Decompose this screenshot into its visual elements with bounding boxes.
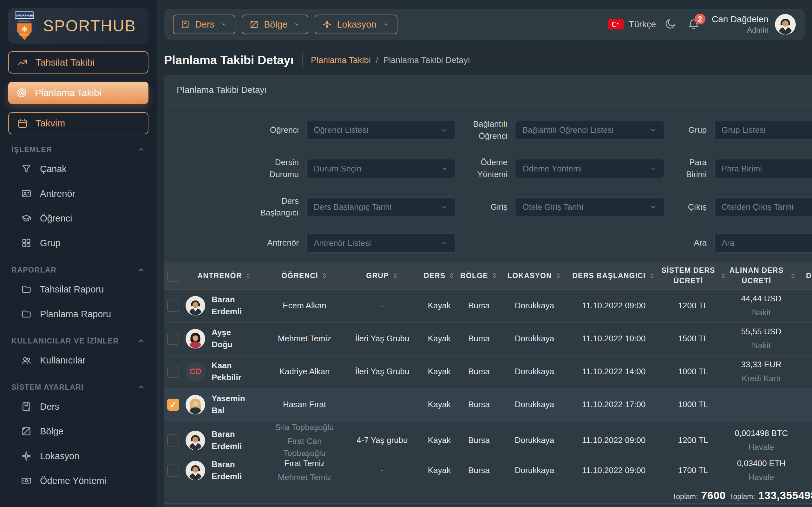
filter-input[interactable]: Para Birimi <box>714 159 812 178</box>
topbar-filter-button[interactable]: Ders <box>173 14 235 34</box>
filter-input[interactable]: Durum Seçin <box>306 159 455 178</box>
filter-input[interactable]: Otele Giriş Tarihi <box>515 198 664 216</box>
sidebar-item[interactable]: Lokasyon <box>8 444 148 468</box>
sidebar-primary-nav: Tahsilat Takibi Planlama Takibi Takvim <box>8 51 148 134</box>
sort-icon[interactable] <box>720 273 726 279</box>
language-label[interactable]: Türkçe <box>629 19 656 30</box>
table-column-header[interactable]: LOKASYON <box>501 271 568 281</box>
sidebar-item[interactable]: Antrenör <box>8 181 148 206</box>
user-name: Can Dağdelen <box>712 14 768 24</box>
sidebar-item[interactable]: Çanak <box>8 157 148 181</box>
sidebar-item[interactable]: Kullanıcılar <box>8 348 148 373</box>
table-column-header[interactable]: DERS <box>422 271 457 281</box>
column-label: ANTRENÖR <box>198 271 242 281</box>
sort-icon[interactable] <box>449 273 455 279</box>
filter-input[interactable]: Ödeme Yöntemi <box>515 159 664 178</box>
totals-row: Toplam:7600 Toplam:133,355498 <box>164 487 812 503</box>
cell-trainer: Baran Erdemli <box>183 429 266 452</box>
cell-checkbox <box>164 464 183 476</box>
sort-icon[interactable] <box>392 273 398 279</box>
row-checkbox[interactable] <box>167 464 179 476</box>
filter-input[interactable]: Bağlantılı Öğrenci Listesi <box>515 121 664 140</box>
sidebar-item[interactable]: Grup <box>8 231 148 256</box>
location-icon <box>322 20 332 29</box>
filter-input[interactable]: Grup Listesi <box>714 121 812 140</box>
sort-icon[interactable] <box>321 273 328 279</box>
breadcrumb-link[interactable]: Planlama Takibi <box>311 55 371 65</box>
cell-checkbox <box>164 399 183 411</box>
sidebar-section-header[interactable]: KULLANICILAR VE İZİNLER <box>8 334 148 348</box>
sidebar-item[interactable]: Tahsilat Raporu <box>8 277 148 302</box>
table-column-header[interactable]: ANTRENÖR <box>183 271 266 281</box>
sidebar-section-header[interactable]: İŞLEMLER <box>8 143 148 157</box>
sidebar-section-header[interactable]: RAPORLAR <box>8 263 148 277</box>
received-method: Kredi Kartı <box>742 373 781 385</box>
row-checkbox[interactable] <box>167 300 179 312</box>
sidebar-primary-button[interactable]: Takvim <box>8 112 148 134</box>
topbar-filter-button[interactable]: Lokasyon <box>315 14 397 34</box>
breadcrumb-current: Planlama Takibi Detayı <box>383 55 470 65</box>
cell-start: 11.10.2022 14:00 <box>568 366 660 378</box>
table-column-header[interactable]: ALINAN DERS ÜCRETİ <box>726 265 796 285</box>
select-all-checkbox[interactable] <box>167 270 179 282</box>
sort-icon[interactable] <box>649 273 655 279</box>
trainer-name: Kaan Pekbilir <box>212 360 253 383</box>
topbar-right: Türkçe 2 Can Dağdelen Admin <box>608 14 796 35</box>
received-amount: 0,001498 BTC <box>734 428 788 440</box>
funnel-icon <box>21 164 32 174</box>
header-checkbox-cell <box>164 270 183 282</box>
avatar-man <box>186 461 205 481</box>
table-column-header[interactable]: DERS BAŞLANGICI <box>568 271 660 281</box>
table-column-header[interactable]: ÖĞRENCİ <box>266 271 343 281</box>
table-column-header[interactable]: D <box>796 271 812 281</box>
sidebar-primary-button[interactable]: Tahsilat Takibi <box>8 51 148 73</box>
filter-input[interactable]: Ara <box>714 233 812 252</box>
table-column-header[interactable]: BÖLGE <box>457 271 501 281</box>
cell-received-fee: 55,55 USD Nakit <box>726 326 796 351</box>
cell-trainer: Ayşe Doğu <box>183 327 266 350</box>
filter-input[interactable]: Ders Başlangıç Tarihi <box>306 198 455 216</box>
filter-input[interactable]: Otelden Çıkış Tarihi <box>714 198 812 216</box>
sidebar-item[interactable]: Bölge <box>8 419 148 444</box>
row-checkbox[interactable] <box>167 399 179 411</box>
user-avatar[interactable] <box>775 14 796 35</box>
chevron-down-icon <box>221 21 228 28</box>
table-column-header[interactable]: SİSTEM DERS ÜCRETİ <box>660 265 726 285</box>
row-checkbox[interactable] <box>167 435 179 447</box>
row-checkbox[interactable] <box>167 333 179 345</box>
cell-region: Bursa <box>457 333 501 345</box>
cell-received-fee: 33,33 EUR Kredi Kartı <box>726 359 796 384</box>
sidebar-primary-button[interactable]: Planlama Takibi <box>8 82 148 104</box>
filter-input[interactable]: Antrenör Listesi <box>306 233 455 252</box>
dark-mode-toggle[interactable] <box>664 18 677 31</box>
sidebar-item[interactable]: Öğrenci <box>8 206 148 231</box>
sort-icon[interactable] <box>491 273 498 279</box>
row-checkbox[interactable] <box>167 366 179 378</box>
sort-icon[interactable] <box>555 273 561 279</box>
notifications-button[interactable]: 2 <box>688 18 700 31</box>
topbar-filter-button[interactable]: Bölge <box>242 14 308 34</box>
cell-checkbox <box>164 366 183 378</box>
sidebar-item[interactable]: Ders <box>8 394 148 419</box>
logo[interactable]: SPORTHUB Ski Academy ❄ KARTALKAYA SPORTH… <box>8 8 148 44</box>
initials-avatar: CD <box>186 362 205 382</box>
chevron-down-icon <box>649 126 657 134</box>
sort-icon[interactable] <box>245 273 251 279</box>
table-column-header[interactable]: GRUP <box>343 271 422 281</box>
turkish-flag-icon[interactable] <box>608 19 623 30</box>
sidebar-item[interactable]: Planlama Raporu <box>8 302 148 326</box>
cell-group: 4-7 Yaş grubu <box>343 435 422 447</box>
id-card-icon <box>21 188 32 199</box>
filter-placeholder: Otelden Çıkış Tarihi <box>722 202 812 212</box>
sidebar-section-header[interactable]: SİSTEM AYARLARI <box>8 380 148 394</box>
sidebar-item[interactable]: Ödeme Yöntemi <box>8 468 148 493</box>
table-row: Ayşe Doğu Mehmet Temiz İleri Yaş Grubu K… <box>164 322 812 355</box>
trainer-name: Baran Erdemli <box>212 429 253 452</box>
received-amount: - <box>760 398 763 410</box>
student-name: Sıla Topbaşoğlu <box>275 421 334 434</box>
filter-input[interactable]: Öğrenci Listesi <box>306 121 455 140</box>
notification-badge: 2 <box>695 14 705 24</box>
sidebar-section-title: SİSTEM AYARLARI <box>11 383 84 392</box>
cell-received-fee: 0,03400 ETH Havale <box>726 458 796 483</box>
sort-icon[interactable] <box>790 273 796 279</box>
